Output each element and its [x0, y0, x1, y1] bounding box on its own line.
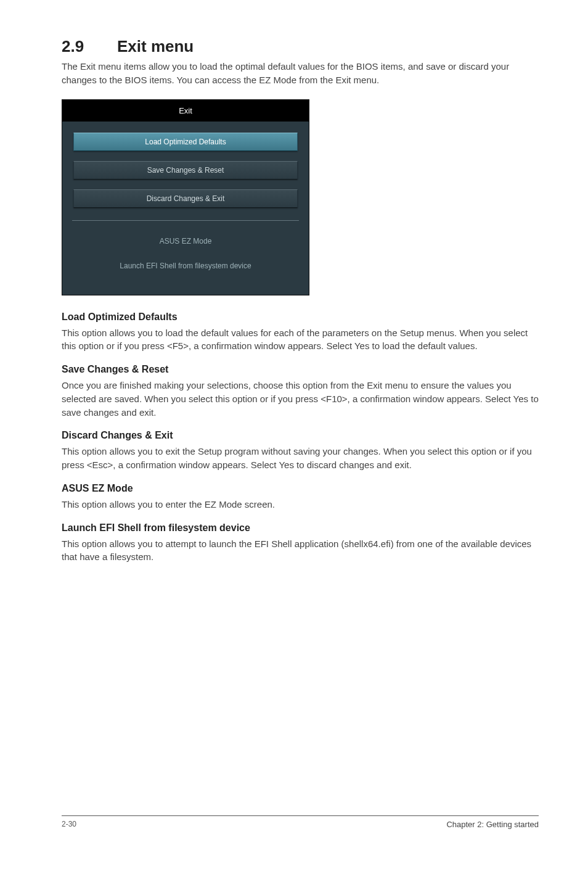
page-footer: 2-30 Chapter 2: Getting started [62, 815, 539, 829]
option-body-ez-mode: This option allows you to enter the EZ M… [62, 498, 539, 511]
section-number: 2.9 [62, 37, 117, 56]
option-heading-discard-changes: Discard Changes & Exit [62, 430, 539, 441]
discard-changes-exit-button[interactable]: Discard Changes & Exit [73, 189, 298, 208]
section-intro: The Exit menu items allow you to load th… [62, 60, 539, 87]
option-body-discard-changes: This option allows you to exit the Setup… [62, 445, 539, 472]
exit-panel-divider [72, 220, 299, 221]
option-heading-launch-efi: Launch EFI Shell from filesystem device [62, 522, 539, 534]
option-heading-ez-mode: ASUS EZ Mode [62, 483, 539, 494]
option-heading-save-changes: Save Changes & Reset [62, 364, 539, 375]
save-changes-reset-button[interactable]: Save Changes & Reset [73, 161, 298, 179]
option-body-launch-efi: This option allows you to attempt to lau… [62, 537, 539, 564]
exit-menu-panel: Exit Load Optimized Defaults Save Change… [62, 99, 309, 295]
section-heading: 2.9Exit menu [62, 37, 539, 56]
option-heading-load-optimized: Load Optimized Defaults [62, 311, 539, 323]
option-body-save-changes: Once you are finished making your select… [62, 379, 539, 419]
footer-page-number: 2-30 [62, 820, 76, 829]
option-body-load-optimized: This option allows you to load the defau… [62, 326, 539, 353]
section-title-text: Exit menu [117, 37, 194, 56]
footer-chapter: Chapter 2: Getting started [446, 820, 539, 829]
exit-panel-header: Exit [62, 100, 309, 122]
launch-efi-shell-link[interactable]: Launch EFI Shell from filesystem device [73, 257, 298, 275]
load-optimized-defaults-button[interactable]: Load Optimized Defaults [73, 133, 298, 151]
asus-ez-mode-link[interactable]: ASUS EZ Mode [73, 232, 298, 250]
exit-panel-body: Load Optimized Defaults Save Changes & R… [62, 122, 309, 295]
